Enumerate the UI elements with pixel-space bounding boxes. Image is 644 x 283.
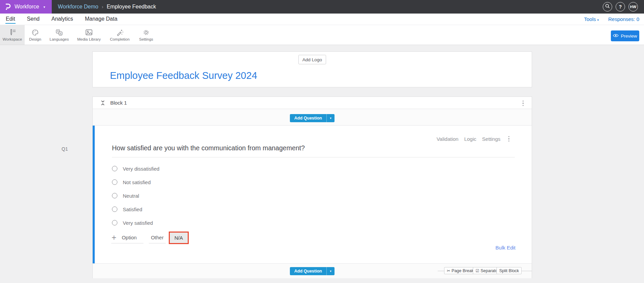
survey-header-card: Add Logo Employee Feedback Survey 2024 bbox=[92, 51, 532, 87]
add-question-strip-bottom: Add Question ▾ ✂ Page Break ☑ Separator … bbox=[93, 263, 532, 278]
gear-icon bbox=[142, 29, 150, 36]
preview-button[interactable]: Preview bbox=[611, 30, 639, 41]
split-block-button[interactable]: Split Block bbox=[497, 267, 522, 274]
top-bar: Workforce ▾ Workforce Demo › Employee Fe… bbox=[0, 0, 644, 14]
toolbar-completion[interactable]: Completion bbox=[105, 25, 134, 45]
tab-edit[interactable]: Edit bbox=[5, 15, 16, 24]
workspace-icon bbox=[8, 29, 17, 36]
toolbar-workspace-label: Workspace bbox=[3, 37, 22, 41]
choice-label[interactable]: Neutral bbox=[123, 193, 139, 199]
collapse-icon bbox=[100, 100, 106, 106]
avatar[interactable]: HW bbox=[628, 2, 638, 12]
plus-icon: + bbox=[111, 235, 117, 240]
search-icon bbox=[605, 4, 610, 10]
product-name: Workforce bbox=[15, 4, 39, 10]
add-question-button-top[interactable]: Add Question ▾ bbox=[290, 114, 335, 122]
image-icon bbox=[85, 29, 93, 36]
search-button[interactable] bbox=[603, 2, 612, 12]
collapse-block-button[interactable] bbox=[100, 100, 106, 106]
eye-icon bbox=[613, 34, 619, 39]
question-block[interactable]: Validation Logic Settings How satisfied … bbox=[93, 126, 532, 263]
choice-label[interactable]: Very satisfied bbox=[123, 220, 153, 226]
tab-manage-data[interactable]: Manage Data bbox=[85, 15, 118, 24]
choice-radio[interactable] bbox=[112, 220, 117, 225]
magic-wand-icon bbox=[116, 29, 124, 36]
choice-radio[interactable] bbox=[112, 193, 117, 198]
survey-title[interactable]: Employee Feedback Survey 2024 bbox=[110, 70, 257, 81]
survey-canvas: Add Logo Employee Feedback Survey 2024 Q… bbox=[0, 45, 644, 283]
question-divider bbox=[112, 157, 515, 157]
toolbar-languages[interactable]: A Languages bbox=[46, 25, 73, 45]
breadcrumb-project[interactable]: Workforce Demo bbox=[58, 4, 98, 10]
survey-nav: Edit Send Analytics Manage Data Tools▾ R… bbox=[0, 14, 644, 25]
add-other-button[interactable]: Other bbox=[149, 233, 166, 243]
question-options-button[interactable] bbox=[506, 134, 512, 144]
validation-link[interactable]: Validation bbox=[437, 136, 459, 142]
editor-toolbar: Workspace Design A Languages bbox=[0, 25, 644, 45]
block-card: Block 1 Add Question ▾ Validation Logic … bbox=[92, 96, 532, 278]
add-option-button[interactable]: + Option bbox=[111, 233, 143, 243]
add-logo-button[interactable]: Add Logo bbox=[298, 55, 326, 64]
breadcrumb-separator-icon: › bbox=[102, 4, 104, 9]
add-na-button[interactable]: N/A bbox=[169, 232, 189, 244]
block-options-button[interactable] bbox=[521, 99, 526, 108]
toolbar-media-library[interactable]: Media Library bbox=[73, 25, 105, 45]
choice-label[interactable]: Satisfied bbox=[123, 206, 142, 212]
chevron-down-icon: ▾ bbox=[44, 5, 45, 9]
checkbox-icon: ☑ bbox=[476, 268, 479, 273]
choice-radio[interactable] bbox=[112, 206, 117, 212]
toolbar-settings[interactable]: Settings bbox=[134, 25, 158, 45]
bulk-edit-link[interactable]: Bulk Edit bbox=[496, 245, 515, 251]
choice-list: Very dissatisfied Not satisfied Neutral … bbox=[112, 166, 159, 234]
question-text[interactable]: How satisfied are you with the communica… bbox=[112, 144, 305, 152]
add-choice-row: + Option Other N/A bbox=[111, 232, 189, 244]
breadcrumb-survey: Employee Feedback bbox=[107, 4, 156, 10]
toolbar-workspace[interactable]: Workspace bbox=[0, 25, 25, 45]
choice-row: Very satisfied bbox=[112, 220, 159, 225]
chevron-down-icon[interactable]: ▾ bbox=[326, 114, 335, 122]
toolbar-design[interactable]: Design bbox=[25, 25, 46, 45]
add-question-strip-top: Add Question ▾ bbox=[93, 109, 532, 126]
toolbar-media-library-label: Media Library bbox=[77, 37, 101, 41]
choice-row: Neutral bbox=[112, 193, 159, 198]
translate-icon: A bbox=[55, 29, 63, 36]
choice-row: Satisfied bbox=[112, 206, 159, 212]
scissors-icon: ✂ bbox=[447, 268, 450, 273]
settings-link[interactable]: Settings bbox=[482, 136, 500, 142]
choice-radio[interactable] bbox=[112, 166, 117, 171]
block-title[interactable]: Block 1 bbox=[110, 100, 127, 106]
tab-send[interactable]: Send bbox=[27, 15, 40, 24]
avatar-initials: HW bbox=[630, 5, 637, 9]
choice-radio[interactable] bbox=[112, 179, 117, 185]
choice-label[interactable]: Very dissatisfied bbox=[123, 166, 159, 172]
tab-analytics[interactable]: Analytics bbox=[51, 15, 73, 24]
add-question-button-bottom[interactable]: Add Question ▾ bbox=[290, 267, 335, 275]
toolbar-completion-label: Completion bbox=[110, 37, 130, 41]
responses-count[interactable]: Responses: 0 bbox=[608, 16, 639, 22]
logic-link[interactable]: Logic bbox=[464, 136, 476, 142]
chevron-down-icon[interactable]: ▾ bbox=[326, 267, 335, 275]
palette-icon bbox=[31, 29, 39, 36]
breadcrumb: Workforce Demo › Employee Feedback bbox=[52, 4, 156, 10]
choice-row: Very dissatisfied bbox=[112, 166, 159, 171]
help-button[interactable]: ? bbox=[616, 2, 625, 12]
product-switcher[interactable]: Workforce ▾ bbox=[0, 0, 52, 14]
chevron-down-icon: ▾ bbox=[597, 18, 599, 22]
toolbar-design-label: Design bbox=[29, 37, 41, 41]
add-option-label: Option bbox=[122, 235, 137, 240]
block-header: Block 1 bbox=[93, 97, 532, 109]
help-icon: ? bbox=[619, 4, 622, 9]
svg-text:A: A bbox=[60, 32, 61, 35]
question-controls: Validation Logic Settings bbox=[437, 134, 511, 144]
preview-label: Preview bbox=[621, 34, 637, 39]
tools-menu[interactable]: Tools▾ bbox=[584, 16, 599, 22]
choice-label[interactable]: Not satisfied bbox=[123, 179, 151, 185]
page-break-button[interactable]: ✂ Page Break bbox=[444, 267, 476, 274]
brand-logo-icon bbox=[4, 3, 12, 10]
toolbar-languages-label: Languages bbox=[50, 37, 69, 41]
question-id-label: Q1 bbox=[62, 146, 68, 152]
toolbar-settings-label: Settings bbox=[139, 37, 153, 41]
choice-row: Not satisfied bbox=[112, 179, 159, 185]
